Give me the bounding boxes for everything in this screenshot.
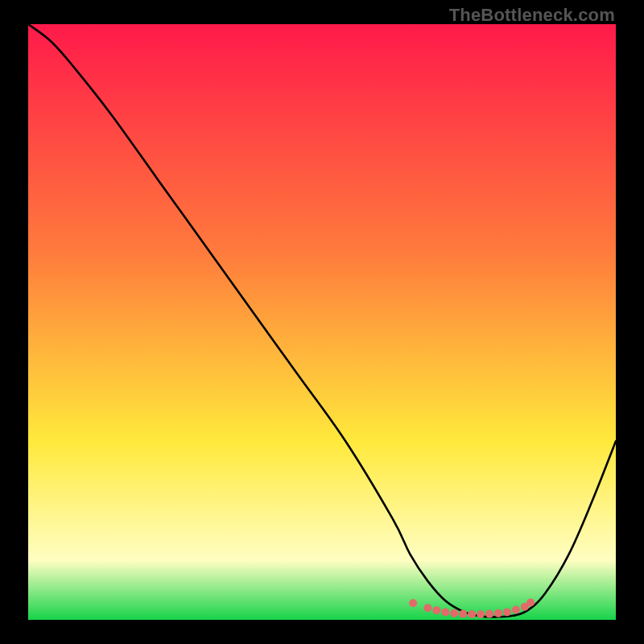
optimal-dot [526,599,535,607]
optimal-dot [503,608,511,616]
optimal-dot [494,609,502,617]
optimal-dot [512,605,520,613]
bottleneck-chart [28,24,616,620]
watermark-text: TheBottleneck.com [449,5,615,26]
optimal-dot [459,610,467,618]
optimal-dot [423,604,431,612]
optimal-dot [432,606,440,614]
optimal-dot [485,610,493,618]
optimal-dot [450,609,458,617]
optimal-dot [468,610,476,618]
plot-area [28,24,616,620]
optimal-dot [477,610,485,618]
gradient-background [28,24,616,620]
optimal-dot [409,599,417,607]
chart-frame: TheBottleneck.com [0,0,644,644]
optimal-dot [441,608,449,616]
